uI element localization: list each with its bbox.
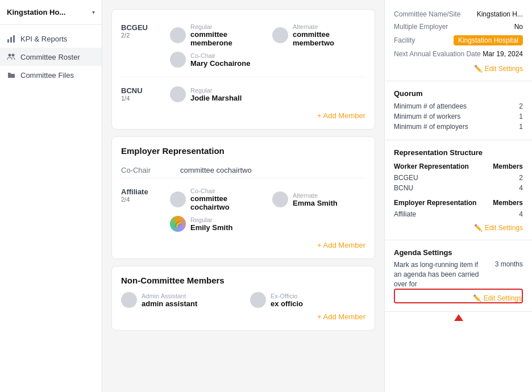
bcnu-rep-value: 4 [519, 184, 523, 192]
affiliate-alternate-avatar [272, 191, 288, 207]
worker-add-member[interactable]: + Add Member [121, 107, 365, 120]
worker-rep-label: Worker Representation [394, 162, 469, 170]
affiliate-alternate-info: Alternate Emma Smith [293, 192, 338, 207]
agenda-title: Agenda Settings [394, 248, 523, 257]
ex-officio-info: Ex-Officio ex officio [271, 293, 303, 308]
affiliate-cochair-info: Co-Chair committee cochairtwo [190, 187, 263, 211]
non-committee-add-member[interactable]: + Add Member [121, 308, 365, 321]
admin-name: admin assistant [142, 299, 197, 308]
affiliate-rep-label: Affiliate [394, 210, 416, 218]
sidebar-item-kpi-reports[interactable]: KPI & Reports [0, 30, 102, 48]
quorum-attendees-label: Minimum # of attendees [394, 102, 467, 110]
pencil-rep-icon: ✏️ [474, 224, 483, 232]
multiple-employer-value: No [514, 23, 523, 31]
bcgeu-regular-avatar [170, 27, 186, 43]
admin-assistant-avatar [121, 292, 137, 308]
bcnu-rep-label: BCNU [394, 184, 413, 192]
divider-bcgeu-bcnu [121, 77, 365, 77]
bcnu-regular-member: Regular Jodie Marshall [170, 86, 365, 102]
bcgeu-cochair-info: Co-Chair Mary Cochairone [190, 52, 250, 68]
bcgeu-cochair-role: Co-Chair [190, 52, 250, 59]
affiliate-regular-info: Regular Emily Smith [190, 216, 232, 232]
representation-section: Representation Structure Worker Represen… [385, 140, 532, 240]
employer-representation-card: Employer Representation Co-Chair committ… [111, 136, 375, 259]
affiliate-alternate-name: Emma Smith [293, 199, 338, 207]
affiliate-regular-member: 🌈 Regular Emily Smith [170, 216, 365, 232]
sidebar-item-kpi-label: KPI & Reports [20, 35, 67, 43]
employer-rep-label: Employer Representation [394, 199, 476, 207]
sidebar-org-name: Kingstation Ho... [7, 8, 88, 16]
people-icon [7, 52, 16, 61]
sidebar-item-committee-roster[interactable]: Committee Roster [0, 48, 102, 66]
bcnu-regular-name: Jodie Marshall [190, 94, 242, 102]
quorum-attendees-row: Minimum # of attendees 2 [394, 101, 523, 111]
multiple-employer-row: Multiple Employer No [394, 20, 523, 33]
committee-name-value: Kingstation H... [477, 10, 523, 18]
agenda-months: 3 months [495, 260, 523, 268]
pencil-agenda-icon: ✏️ [473, 294, 481, 302]
bcnu-regular-role: Regular [190, 87, 242, 94]
employer-rep-header: Employer Representation Members [394, 197, 523, 209]
employer-cochair-value: committee cochairtwo [180, 166, 252, 174]
svg-rect-0 [7, 39, 9, 43]
ex-officio-member: Ex-Officio ex officio [250, 292, 365, 308]
employer-add-member[interactable]: + Add Member [121, 236, 365, 249]
bcnu-regular-info: Regular Jodie Marshall [190, 87, 242, 102]
right-panel: Committee Name/Site Kingstation H... Mul… [384, 0, 532, 392]
bcgeu-regular-info: Regular committee memberone [190, 23, 263, 47]
representation-edit-label: Edit Settings [485, 224, 523, 232]
admin-role: Admin Assistant [142, 293, 197, 299]
bcgeu-alternate-name: committee membertwo [293, 30, 365, 47]
employer-title: Employer Representation [121, 146, 365, 156]
sidebar-chevron-icon: ▾ [92, 9, 95, 15]
sidebar-item-files-label: Committee Files [20, 71, 74, 80]
agenda-edit-settings-highlighted: ✏️ Edit Settings [394, 289, 523, 303]
bcnu-count: 1/4 [121, 95, 161, 102]
affiliate-members-col: Co-Chair committee cochairtwo Alternate … [170, 187, 365, 232]
agenda-edit-button[interactable]: ✏️ Edit Settings [473, 294, 522, 302]
bcgeu-member-pair-1: Regular committee memberone Alternate co… [170, 23, 365, 47]
sidebar-header[interactable]: Kingstation Ho... ▾ [0, 0, 102, 25]
svg-point-3 [9, 54, 11, 57]
committee-name-row: Committee Name/Site Kingstation H... [394, 8, 523, 20]
quorum-title: Quorum [394, 89, 523, 98]
bcgeu-regular-member: Regular committee memberone [170, 23, 263, 47]
admin-assistant-member: Admin Assistant admin assistant [121, 292, 236, 308]
sidebar-item-roster-label: Committee Roster [20, 53, 80, 61]
quorum-employers-row: Minimum # of employers 1 [394, 122, 523, 132]
agenda-edit-label: Edit Settings [484, 294, 522, 302]
svg-rect-1 [10, 37, 12, 43]
bcgeu-rep-row: BCGEU 2 [394, 173, 523, 183]
bcnu-name: BCNU [121, 86, 161, 95]
bcgeu-rep-label: BCGEU [394, 174, 418, 182]
committee-info-section: Committee Name/Site Kingstation H... Mul… [385, 0, 532, 81]
svg-rect-2 [13, 35, 15, 43]
affiliate-cochair-member: Co-Chair committee cochairtwo [170, 187, 263, 211]
affiliate-regular-role: Regular [190, 216, 232, 223]
bcgeu-name: BCGEU [121, 23, 161, 32]
bcnu-members-col: Regular Jodie Marshall [170, 86, 365, 102]
quorum-workers-row: Minimum # of workers 1 [394, 111, 523, 122]
quorum-employers-value: 1 [519, 123, 523, 131]
quorum-employers-label: Minimum # of employers [394, 123, 468, 131]
eval-date-row: Next Annual Evaluation Date Mar 19, 2024 [394, 48, 523, 60]
affiliate-cochair-name: committee cochairtwo [190, 194, 263, 211]
affiliate-cochair-avatar [170, 191, 186, 207]
sidebar-item-committee-files[interactable]: Committee Files [0, 66, 102, 84]
affiliate-alternate-member: Alternate Emma Smith [272, 187, 365, 211]
quorum-section: Quorum Minimum # of attendees 2 Minimum … [385, 81, 532, 140]
bcgeu-count: 2/2 [121, 32, 161, 39]
facility-badge: Kingstation Hospital [454, 35, 523, 45]
ex-officio-name: ex officio [271, 299, 303, 308]
affiliate-regular-avatar: 🌈 [170, 216, 186, 232]
eval-date-label: Next Annual Evaluation Date [394, 50, 481, 58]
bcnu-label-col: BCNU 1/4 [121, 86, 161, 102]
committee-edit-button[interactable]: ✏️ Edit Settings [474, 65, 523, 73]
affiliate-count: 2/4 [121, 196, 161, 203]
bcgeu-alternate-member: Alternate committee membertwo [272, 23, 365, 47]
eval-date-value: Mar 19, 2024 [483, 50, 523, 58]
employer-cochair-row: Co-Chair committee cochairtwo [121, 162, 365, 178]
representation-edit-button[interactable]: ✏️ Edit Settings [474, 224, 523, 232]
bcgeu-regular-name: committee memberone [190, 30, 263, 47]
bcgeu-members-col: Regular committee memberone Alternate co… [170, 23, 365, 68]
